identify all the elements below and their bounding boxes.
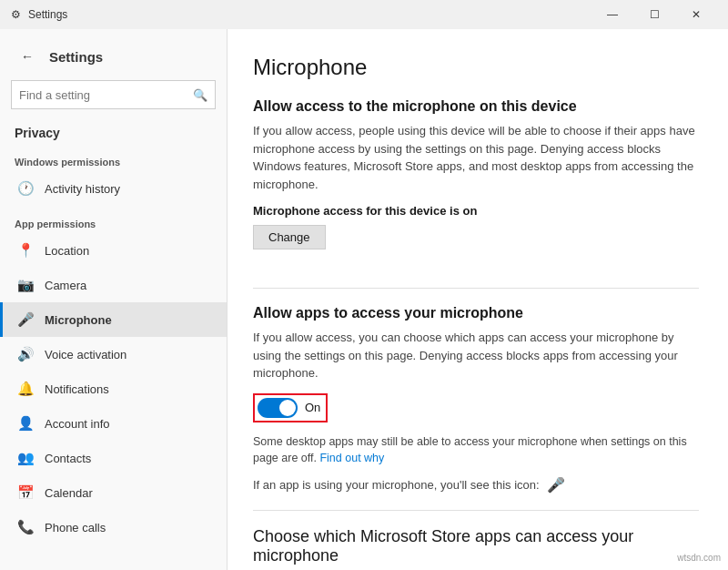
sidebar-item-camera[interactable]: 📷 Camera xyxy=(0,268,227,302)
notifications-label: Notifications xyxy=(45,382,109,396)
sidebar-item-activity-history[interactable]: 🕐 Activity history xyxy=(0,171,227,206)
microphone-icon: 🎤 xyxy=(17,311,34,328)
sidebar-item-phone-calls[interactable]: 📞 Phone calls xyxy=(0,510,227,545)
calendar-label: Calendar xyxy=(45,486,93,500)
toggle-row: On xyxy=(253,393,699,422)
sidebar: ← Settings 🔍 Privacy Windows permissions… xyxy=(0,29,228,570)
apps-access-section: Allow apps to access your microphone If … xyxy=(253,305,699,494)
device-access-heading: Allow access to the microphone on this d… xyxy=(253,98,699,115)
camera-icon: 📷 xyxy=(17,277,34,293)
account-info-icon: 👤 xyxy=(17,415,34,432)
microphone-toggle[interactable] xyxy=(258,398,298,418)
search-input[interactable] xyxy=(19,88,187,102)
app-permissions-section-label: App permissions xyxy=(0,206,227,233)
toggle-wrapper[interactable]: On xyxy=(253,393,328,422)
maximize-button[interactable]: ☐ xyxy=(633,0,675,29)
voice-activation-label: Voice activation xyxy=(45,348,126,361)
camera-label: Camera xyxy=(45,279,86,292)
app-container: ← Settings 🔍 Privacy Windows permissions… xyxy=(0,29,728,570)
toggle-thumb xyxy=(279,400,296,416)
activity-history-icon: 🕐 xyxy=(17,180,34,197)
sidebar-item-account-info[interactable]: 👤 Account info xyxy=(0,406,227,441)
icon-note: If an app is using your microphone, you'… xyxy=(253,476,699,494)
title-bar-title: Settings xyxy=(28,8,67,21)
choose-section-heading: Choose which Microsoft Store apps can ac… xyxy=(253,527,699,565)
main-content: Microphone Allow access to the microphon… xyxy=(228,29,728,570)
apps-access-heading: Allow apps to access your microphone xyxy=(253,305,699,321)
toggle-label: On xyxy=(305,401,320,414)
choose-section: Choose which Microsoft Store apps can ac… xyxy=(253,527,699,570)
find-out-why-link[interactable]: Find out why xyxy=(319,452,384,464)
search-box[interactable]: 🔍 xyxy=(11,80,216,109)
sidebar-item-calendar[interactable]: 📅 Calendar xyxy=(0,475,227,510)
sidebar-title: Settings xyxy=(49,49,103,65)
sidebar-item-contacts[interactable]: 👥 Contacts xyxy=(0,441,227,475)
location-label: Location xyxy=(45,244,89,258)
voice-activation-icon: 🔊 xyxy=(17,346,34,362)
back-button[interactable]: ← xyxy=(15,44,40,69)
close-button[interactable]: ✕ xyxy=(675,0,717,29)
sidebar-header: ← Settings xyxy=(0,29,227,76)
title-bar-left: ⚙ Settings xyxy=(11,8,67,21)
phone-calls-icon: 📞 xyxy=(17,519,34,535)
page-title: Microphone xyxy=(253,55,699,80)
device-status-text: Microphone access for this device is on xyxy=(253,204,699,218)
section-divider-2 xyxy=(253,510,699,511)
change-button[interactable]: Change xyxy=(253,225,326,249)
privacy-label: Privacy xyxy=(0,120,227,144)
windows-permissions-section-label: Windows permissions xyxy=(0,144,227,171)
microphone-label: Microphone xyxy=(45,313,112,327)
sidebar-item-location[interactable]: 📍 Location xyxy=(0,233,227,268)
title-bar: ⚙ Settings — ☐ ✕ xyxy=(0,0,728,29)
apps-access-description: If you allow access, you can choose whic… xyxy=(253,329,699,382)
title-bar-controls: — ☐ ✕ xyxy=(592,0,717,29)
search-icon: 🔍 xyxy=(193,88,207,102)
sidebar-item-microphone[interactable]: 🎤 Microphone xyxy=(0,302,227,337)
activity-history-label: Activity history xyxy=(45,182,120,196)
device-access-section: Allow access to the microphone on this d… xyxy=(253,98,699,271)
notifications-icon: 🔔 xyxy=(17,381,34,397)
phone-calls-label: Phone calls xyxy=(45,521,106,534)
microphone-small-icon: 🎤 xyxy=(547,476,565,494)
location-icon: 📍 xyxy=(17,242,34,259)
device-access-description: If you allow access, people using this d… xyxy=(253,122,699,193)
sidebar-item-voice-activation[interactable]: 🔊 Voice activation xyxy=(0,337,227,372)
account-info-label: Account info xyxy=(45,417,110,431)
section-divider-1 xyxy=(253,288,699,289)
contacts-label: Contacts xyxy=(45,452,91,465)
sidebar-item-notifications[interactable]: 🔔 Notifications xyxy=(0,372,227,406)
settings-icon: ⚙ xyxy=(11,8,21,21)
minimize-button[interactable]: — xyxy=(592,0,633,29)
desktop-apps-note: Some desktop apps may still be able to a… xyxy=(253,433,699,468)
calendar-icon: 📅 xyxy=(17,484,34,501)
contacts-icon: 👥 xyxy=(17,450,34,466)
